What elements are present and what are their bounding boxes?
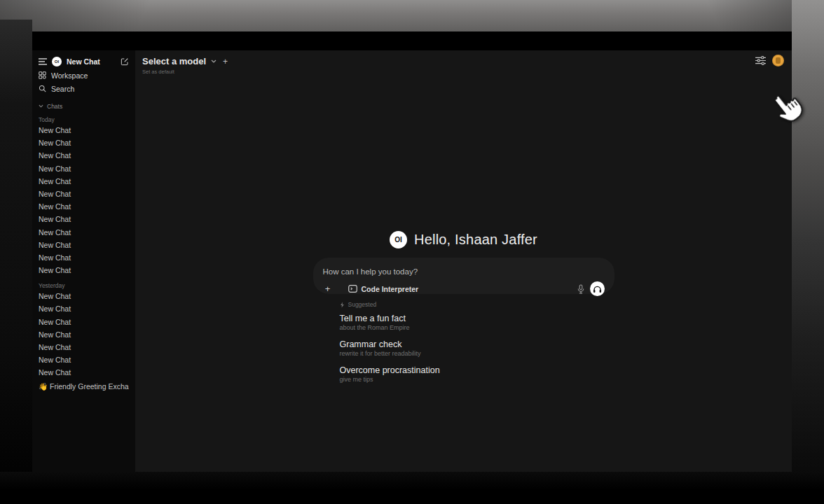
desktop-wallpaper-bottom [0,472,824,504]
suggested-label: Suggested [348,301,377,308]
microphone-icon[interactable] [577,284,584,294]
chat-list-item[interactable]: New Chat [39,213,129,225]
sidebar-item-label: Search [51,85,74,93]
chevron-down-icon [211,59,217,63]
top-bar: Select a model + Set as default [135,50,792,78]
sidebar-header: OI New Chat [39,54,129,69]
chevron-down-icon [39,104,43,108]
chat-group-label: Today [39,115,129,124]
window-titlebar [32,31,792,50]
chat-list-item[interactable]: New Chat [39,226,129,239]
suggested-prompts: Tell me a fun factabout the Roman Empire… [340,314,614,384]
code-interpreter-label: Code Interpreter [362,285,419,293]
sidebar: OI New Chat Workspace Search [32,50,135,472]
desktop-wallpaper-right [792,0,824,504]
suggested-prompt[interactable]: Tell me a fun factabout the Roman Empire [340,314,614,332]
chat-list-item[interactable]: New Chat [39,264,129,276]
suggested-prompt-subtitle: about the Roman Empire [340,323,614,332]
home-center: OI Hello, Ishaan Jaffer + Code Interpret… [313,231,614,391]
chat-list-item[interactable]: New Chat [39,366,129,379]
set-as-default-button[interactable]: Set as default [142,69,785,75]
chat-list-item[interactable]: New Chat [39,162,129,175]
suggested-prompt-subtitle: rewrite it for better readability [340,349,614,358]
code-interpreter-toggle[interactable]: Code Interpreter [348,285,419,293]
chat-list-item[interactable]: New Chat [39,341,129,354]
chat-list-item[interactable]: New Chat [39,188,129,200]
attach-plus-button[interactable]: + [323,285,333,293]
chats-section-label: Chats [47,103,62,110]
greeting-row: OI Hello, Ishaan Jaffer [313,231,614,248]
model-selector-label: Select a model [142,56,206,66]
bolt-icon [340,302,345,308]
workspace-grid-icon [39,71,46,79]
suggested-prompt-title: Grammar check [340,340,614,349]
controls-sliders-icon[interactable] [755,56,766,65]
chat-list-item[interactable]: New Chat [39,200,129,213]
sidebar-item-workspace[interactable]: Workspace [39,69,129,82]
suggested-prompt[interactable]: Grammar checkrewrite it for better reada… [340,340,614,358]
message-composer: + Code Interpreter [313,258,614,294]
chats-section-toggle[interactable]: Chats [39,102,129,111]
suggested-prompt-title: Overcome procrastination [340,365,614,375]
chat-list-item[interactable]: New Chat [39,302,129,315]
sidebar-item-label: Workspace [51,71,88,80]
chat-list-item[interactable]: New Chat [39,316,129,328]
chat-list-item[interactable]: New Chat [39,124,129,136]
chat-list-item[interactable]: New Chat [39,290,129,302]
chat-groups: TodayNew ChatNew ChatNew ChatNew ChatNew… [39,115,129,379]
suggested-prompt[interactable]: Overcome procrastinationgive me tips [340,365,614,384]
user-avatar[interactable] [772,55,784,66]
voice-call-button[interactable] [590,281,605,296]
sidebar-title: New Chat [67,57,100,66]
new-chat-icon[interactable] [121,57,129,66]
suggested-prompt-subtitle: give me tips [340,375,614,384]
model-selector[interactable]: Select a model + [142,56,785,66]
chat-list-item[interactable]: New Chat [39,239,129,251]
chat-list-item[interactable]: New Chat [39,136,129,149]
chat-list-item[interactable]: New Chat [39,328,129,341]
desktop-wallpaper-top [0,0,824,32]
chat-list-item-pinned[interactable]: 👋 Friendly Greeting Exchange [39,380,129,393]
sidebar-item-search[interactable]: Search [39,82,129,95]
chat-list-item[interactable]: New Chat [39,149,129,162]
main-panel: Select a model + Set as default OI [135,50,792,472]
app-window: OI New Chat Workspace Search [32,31,792,472]
greeting-text: Hello, Ishaan Jaffer [414,232,537,248]
suggested-section: Suggested Tell me a fun factabout the Ro… [313,300,614,384]
chat-list-item[interactable]: New Chat [39,354,129,366]
search-icon [39,85,46,92]
chat-list-item[interactable]: New Chat [39,251,129,264]
hamburger-menu-icon[interactable] [39,58,47,65]
app-logo: OI [390,231,407,248]
chat-list-item[interactable]: New Chat [39,175,129,188]
message-input[interactable] [323,267,605,276]
chat-group-label: Yesterday [39,281,129,290]
add-model-button[interactable]: + [223,57,228,66]
suggested-prompt-title: Tell me a fun fact [340,314,614,323]
headphones-icon [593,285,602,293]
app-logo: OI [52,57,62,66]
code-interpreter-icon [348,285,357,293]
desktop-wallpaper-left [0,20,32,483]
